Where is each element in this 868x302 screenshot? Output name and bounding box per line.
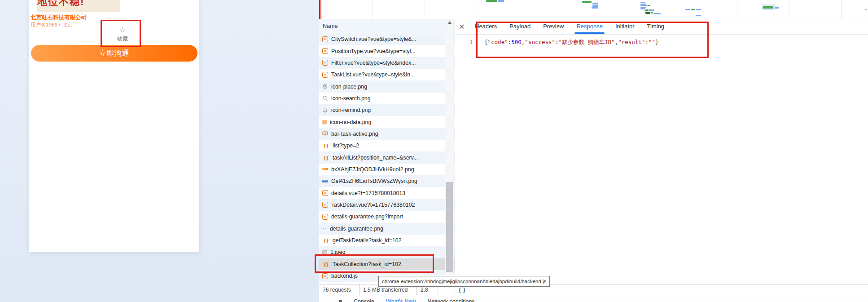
company-meta: 用户名1966 • 北京 bbox=[31, 22, 73, 28]
network-request-row[interactable]: 1.jpeg bbox=[319, 246, 455, 258]
network-request-row[interactable]: icon-remind.png bbox=[319, 104, 455, 116]
detail-tab-bar: ✕ HeadersPayloadPreviewResponseInitiator… bbox=[455, 19, 868, 35]
request-name: CitySwitch.vue?vue&type=style&... bbox=[331, 36, 416, 42]
network-request-row[interactable]: Gel41sZH6EioTsBtVWsZWysn.png bbox=[319, 175, 455, 187]
request-name: backend.js bbox=[331, 273, 358, 279]
scrollbar-thumb[interactable] bbox=[446, 182, 453, 272]
overview-gridline bbox=[841, 0, 842, 19]
request-name: TaskList.vue?vue&type=style&in... bbox=[331, 71, 415, 78]
pin-icon bbox=[322, 84, 328, 89]
waterfall-bar bbox=[651, 12, 653, 13]
waterfall-bar bbox=[763, 6, 773, 9]
overview-gridline bbox=[477, 0, 477, 19]
tab-headers[interactable]: Headers bbox=[470, 19, 501, 34]
vue-icon: ‹› bbox=[322, 72, 328, 78]
waterfall-bar bbox=[696, 9, 701, 10]
network-request-row[interactable]: {:}TaskCollection?task_id=102 bbox=[319, 258, 455, 270]
barorange-icon bbox=[322, 168, 328, 170]
transferred-size: 1.5 MB transferred bbox=[359, 287, 416, 293]
network-request-row[interactable]: ‹›TaskDetail.vue?t=1715776380102 bbox=[319, 199, 455, 211]
overview-gridline bbox=[373, 0, 373, 19]
request-name: PositionType.vue?vue&type=styl... bbox=[331, 48, 416, 54]
network-request-row[interactable]: bxXAhjE7JtQODJHVkH9uoI2.png bbox=[319, 164, 455, 175]
barblue-icon bbox=[322, 180, 328, 182]
line-number: 1 bbox=[455, 39, 473, 45]
request-name: details.vue?t=1715780018013 bbox=[331, 190, 405, 196]
overview-gridline bbox=[737, 0, 737, 19]
vue-icon: ‹› bbox=[322, 48, 328, 54]
network-request-row[interactable]: {:}list?type=2 bbox=[319, 140, 455, 151]
waterfall-bar bbox=[775, 7, 779, 9]
waterfall-bar bbox=[696, 15, 701, 16]
network-request-row[interactable]: ‹›PositionType.vue?vue&type=styl... bbox=[319, 45, 455, 57]
fetch-icon: {:} bbox=[322, 238, 329, 243]
request-name: icon-remind.png bbox=[331, 107, 371, 113]
network-request-row[interactable]: ‹›details.vue?t=1715780018013 bbox=[319, 187, 455, 199]
overview-gridline bbox=[789, 0, 789, 19]
waterfall-bar bbox=[486, 0, 497, 2]
favorite-button[interactable]: ☆ 收藏 bbox=[109, 26, 136, 42]
request-detail-pane: ✕ HeadersPayloadPreviewResponseInitiator… bbox=[455, 19, 868, 284]
tab-preview[interactable]: Preview bbox=[539, 19, 568, 34]
tab-response[interactable]: Response bbox=[572, 19, 607, 34]
waterfall-bar bbox=[685, 9, 690, 10]
request-name: details-guarantee.png?import bbox=[331, 213, 403, 220]
nodata-icon bbox=[322, 120, 327, 124]
network-overview-strip[interactable] bbox=[319, 0, 868, 19]
network-request-row[interactable]: ‹›Filter.vue?vue&type=style&index... bbox=[319, 57, 455, 69]
tab-initiator[interactable]: Initiator bbox=[611, 19, 639, 34]
network-request-row[interactable]: {:}taskAllList?position_name=&serv... bbox=[319, 151, 455, 163]
request-list-scrollbar[interactable] bbox=[445, 20, 454, 284]
network-request-row[interactable]: bar-task-active.png bbox=[319, 128, 455, 140]
webpage-background: 地位不稳! 北京旺石科技有限公司 用户名1966 • 北京 ☆ 收藏 立即沟通 bbox=[0, 0, 319, 302]
drawer-menu-icon[interactable] bbox=[339, 300, 342, 302]
search-icon bbox=[322, 95, 328, 101]
communicate-now-button[interactable]: 立即沟通 bbox=[31, 45, 197, 62]
name-column-header[interactable]: Name bbox=[319, 19, 455, 33]
pretty-print-button[interactable]: { } bbox=[459, 287, 466, 293]
url-tooltip: chrome-extension://nhdogjmejiglipccpnnna… bbox=[378, 276, 550, 287]
tab-timing[interactable]: Timing bbox=[643, 19, 669, 34]
response-json-line: {"code":500,"success":"缺少参数 购物车ID","resu… bbox=[484, 39, 659, 46]
scrollbar-up-arrow-icon[interactable] bbox=[447, 21, 452, 24]
request-name: icon-no-data.png bbox=[330, 119, 371, 125]
network-request-row[interactable]: icon-place.png bbox=[319, 80, 455, 92]
favorite-label: 收藏 bbox=[109, 36, 136, 42]
star-icon: ☆ bbox=[109, 26, 136, 34]
network-request-row[interactable]: icon-no-data.png bbox=[319, 116, 455, 128]
tab-payload[interactable]: Payload bbox=[505, 19, 535, 34]
request-count: 76 requests bbox=[319, 287, 359, 293]
promo-banner-text: 地位不稳! bbox=[37, 0, 120, 9]
request-name: list?type=2 bbox=[333, 142, 359, 149]
drawer-tab-what-s-new[interactable]: What's New bbox=[386, 298, 416, 302]
overview-gridline bbox=[633, 0, 633, 19]
waterfall-bar bbox=[865, 9, 867, 10]
network-request-row[interactable]: details-guarantee.png bbox=[319, 223, 455, 235]
resources-size: 2.8 bbox=[417, 287, 438, 293]
vue-icon: ‹› bbox=[322, 202, 328, 208]
network-request-row[interactable]: ‹›CitySwitch.vue?vue&type=style&... bbox=[319, 33, 455, 45]
waterfall-bar bbox=[645, 9, 649, 11]
network-request-row[interactable]: {:}getTaskDetails?task_id=102 bbox=[319, 235, 455, 246]
dots-icon bbox=[322, 228, 327, 229]
waterfall-bar bbox=[649, 9, 654, 11]
devtools-panel: Name ‹›CitySwitch.vue?vue&type=style&...… bbox=[319, 0, 868, 302]
network-request-row[interactable]: ‹›details-guarantee.png?import bbox=[319, 211, 455, 222]
request-name: bar-task-active.png bbox=[331, 131, 378, 137]
request-name: 1.jpeg bbox=[330, 249, 346, 255]
network-request-row[interactable]: icon-search.png bbox=[319, 93, 455, 104]
close-icon[interactable]: ✕ bbox=[455, 22, 469, 31]
waterfall-bar bbox=[640, 5, 648, 6]
request-name: Gel41sZH6EioTsBtVWsZWysn.png bbox=[331, 178, 417, 184]
drawer-tab-network-conditions[interactable]: Network conditions bbox=[427, 298, 475, 302]
network-request-row[interactable]: ‹›TaskList.vue?vue&type=style&in... bbox=[319, 69, 455, 80]
request-list: Name ‹›CitySwitch.vue?vue&type=style&...… bbox=[319, 19, 455, 284]
waterfall-bar bbox=[592, 3, 598, 4]
vue-icon: ‹› bbox=[322, 36, 328, 42]
waterfall-bar bbox=[653, 13, 661, 14]
waterfall-bar bbox=[640, 8, 645, 9]
fetch-icon: {:} bbox=[322, 143, 329, 148]
vue-icon: ‹› bbox=[322, 190, 328, 196]
drawer-tab-console[interactable]: Console bbox=[354, 298, 374, 302]
devtools-drawer: ConsoleWhat's NewNetwork conditions bbox=[319, 295, 868, 302]
